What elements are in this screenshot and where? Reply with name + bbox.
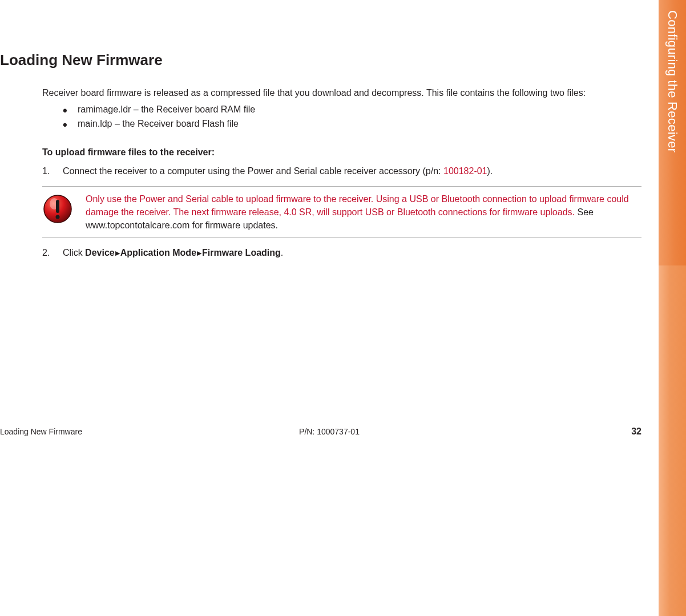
part-number: 100182-01 xyxy=(443,166,487,176)
file-list: ramimage.ldr – the Receiver board RAM fi… xyxy=(63,103,641,131)
triangle-icon: ▶ xyxy=(197,248,201,258)
warning-callout: Only use the Power and Serial cable to u… xyxy=(42,186,641,239)
chapter-side-tab-active: Configuring the Receiver xyxy=(659,0,686,265)
svg-point-3 xyxy=(56,215,60,219)
list-item: main.ldp – the Receiver board Flash file xyxy=(63,117,641,131)
chapter-side-tab: Configuring the Receiver xyxy=(659,0,686,616)
warning-icon xyxy=(42,194,73,224)
page-number: 32 xyxy=(631,426,641,437)
section-title: Loading New Firmware xyxy=(0,51,659,69)
list-item: ramimage.ldr – the Receiver board RAM fi… xyxy=(63,103,641,117)
document-page: Loading New Firmware Receiver board firm… xyxy=(0,0,659,616)
callout-warning-text: Only use the Power and Serial cable to u… xyxy=(86,194,629,217)
step-2-prefix: Click xyxy=(63,248,85,257)
steps-list-continued: Click Device▶Application Mode▶Firmware L… xyxy=(42,246,641,260)
intro-paragraph: Receiver board firmware is released as a… xyxy=(42,86,641,99)
triangle-icon: ▶ xyxy=(115,248,120,258)
step-1-suffix: ). xyxy=(487,166,493,176)
callout-text: Only use the Power and Serial cable to u… xyxy=(86,192,641,232)
nav-path-segment: Firmware Loading xyxy=(202,248,281,257)
footer-left: Loading New Firmware xyxy=(0,427,82,436)
footer-center: P/N: 1000737-01 xyxy=(299,427,360,436)
content-area: Loading New Firmware Receiver board firm… xyxy=(0,0,659,260)
section-body: Receiver board firmware is released as a… xyxy=(42,86,641,260)
upload-heading: To upload firmware files to the receiver… xyxy=(42,147,641,158)
step-2: Click Device▶Application Mode▶Firmware L… xyxy=(42,246,641,260)
svg-rect-2 xyxy=(56,200,59,213)
steps-list: Connect the receiver to a computer using… xyxy=(42,164,641,178)
nav-path-segment: Device xyxy=(85,248,115,257)
step-1-prefix: Connect the receiver to a computer using… xyxy=(63,166,443,176)
page-footer: Loading New Firmware P/N: 1000737-01 32 xyxy=(0,426,659,437)
step-1: Connect the receiver to a computer using… xyxy=(42,164,641,178)
chapter-title: Configuring the Receiver xyxy=(665,10,680,152)
step-2-suffix: . xyxy=(281,248,283,257)
nav-path-segment: Application Mode xyxy=(120,248,196,257)
